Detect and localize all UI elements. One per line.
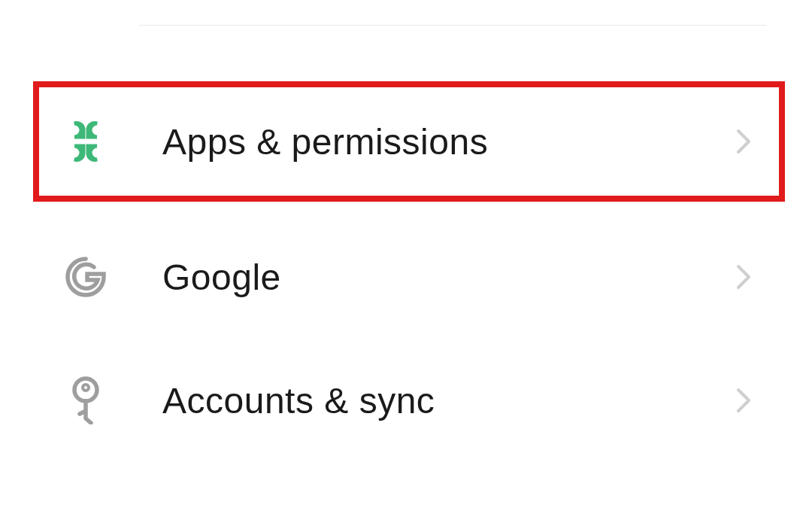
settings-item-google[interactable]: Google bbox=[33, 238, 785, 316]
settings-item-label: Apps & permissions bbox=[162, 121, 732, 163]
settings-item-accounts-sync[interactable]: Accounts & sync bbox=[33, 361, 785, 440]
apps-icon bbox=[63, 119, 108, 164]
settings-list: Apps & permissions Google bbox=[33, 81, 785, 440]
google-icon bbox=[63, 254, 108, 300]
chevron-right-icon bbox=[732, 130, 755, 153]
settings-item-label: Accounts & sync bbox=[162, 380, 732, 421]
chevron-right-icon bbox=[732, 266, 755, 288]
spacer bbox=[33, 316, 785, 361]
chevron-right-icon bbox=[732, 389, 755, 412]
svg-point-1 bbox=[83, 385, 89, 391]
settings-item-apps-permissions[interactable]: Apps & permissions bbox=[33, 81, 785, 202]
section-divider bbox=[139, 25, 767, 26]
spacer bbox=[33, 202, 785, 238]
settings-item-label: Google bbox=[162, 257, 732, 298]
key-icon bbox=[63, 378, 108, 423]
